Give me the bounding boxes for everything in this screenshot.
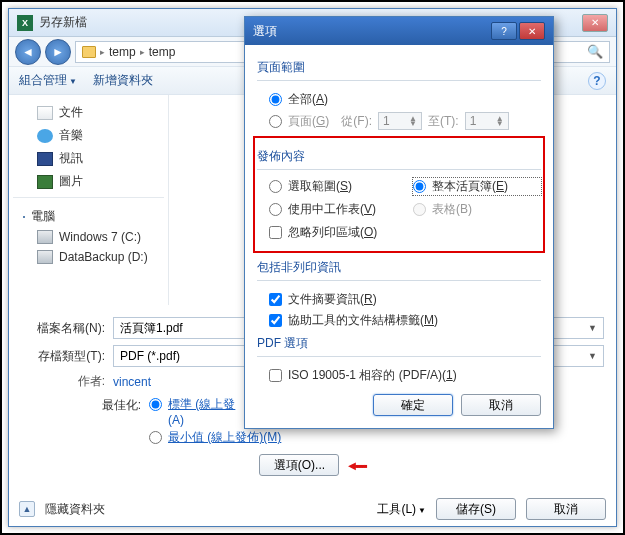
- options-titlebar[interactable]: 選項 ? ✕: [245, 17, 553, 45]
- group-nonprint: 包括非列印資訊: [257, 259, 541, 276]
- new-folder-button[interactable]: 新增資料夾: [93, 72, 153, 89]
- path-seg-1[interactable]: temp: [109, 45, 136, 59]
- iso-checkbox[interactable]: ISO 19005-1 相容的 (PDF/A)(1): [269, 367, 541, 384]
- tree-item-drive-c[interactable]: Windows 7 (C:): [13, 227, 164, 247]
- radio-input[interactable]: [149, 398, 162, 411]
- options-title: 選項: [253, 23, 489, 40]
- dialog-close-button[interactable]: ✕: [519, 22, 545, 40]
- help-button[interactable]: ?: [588, 72, 606, 90]
- spinner-icon[interactable]: ▲▼: [496, 116, 504, 126]
- tree-item-documents[interactable]: 文件: [13, 101, 164, 124]
- tools-menu[interactable]: 工具(L)▼: [377, 501, 426, 518]
- chevron-right-icon: ▸: [140, 47, 145, 57]
- group-publish: 發佈內容: [257, 148, 541, 165]
- options-dialog: 選項 ? ✕ 頁面範圍 全部(A) 頁面(G) 從(F): 1▲▼ 至(T): …: [244, 16, 554, 429]
- docprops-checkbox[interactable]: 文件摘要資訊(R): [269, 291, 541, 308]
- footer: ▲ 隱藏資料夾 工具(L)▼ 儲存(S) 取消: [19, 498, 606, 520]
- range-all-radio[interactable]: 全部(A): [269, 91, 541, 108]
- filetype-label: 存檔類型(T):: [21, 348, 105, 365]
- close-button[interactable]: ✕: [582, 14, 608, 32]
- back-button[interactable]: ◄: [15, 39, 41, 65]
- drive-icon: [37, 250, 53, 264]
- video-icon: [37, 152, 53, 166]
- filename-label: 檔案名稱(N):: [21, 320, 105, 337]
- pictures-icon: [37, 175, 53, 189]
- optimize-min-radio[interactable]: 最小值 (線上發佈)(M): [149, 429, 281, 446]
- highlight-box: 發佈內容 選取範圍(S) 整本活頁簿(E) 使用中工作表(V) 表格(B) 忽略…: [253, 136, 545, 253]
- save-button[interactable]: 儲存(S): [436, 498, 516, 520]
- excel-icon: X: [17, 15, 33, 31]
- arrow-indicator: ▪▪▪▪▪: [345, 458, 365, 473]
- tree-item-music[interactable]: 音樂: [13, 124, 164, 147]
- chevron-right-icon: ▸: [100, 47, 105, 57]
- search-icon: 🔍: [587, 44, 603, 59]
- publish-workbook-radio[interactable]: 整本活頁簿(E): [413, 178, 541, 195]
- dialog-help-button[interactable]: ?: [491, 22, 517, 40]
- optimize-label: 最佳化:: [21, 396, 141, 414]
- caret-down-icon[interactable]: ▼: [588, 351, 597, 361]
- document-icon: [37, 106, 53, 120]
- nav-tree: 文件 音樂 視訊 圖片 電腦 Windows 7 (C:) DataBackup…: [9, 95, 169, 305]
- to-spinner[interactable]: 1▲▼: [465, 112, 509, 130]
- tree-item-pictures[interactable]: 圖片: [13, 170, 164, 193]
- path-seg-2[interactable]: temp: [149, 45, 176, 59]
- range-pages-radio[interactable]: 頁面(G) 從(F): 1▲▼ 至(T): 1▲▼: [269, 112, 541, 130]
- publish-selection-radio[interactable]: 選取範圍(S): [269, 178, 397, 195]
- radio-input[interactable]: [149, 431, 162, 444]
- group-pdfopts: PDF 選項: [257, 335, 541, 352]
- organize-menu[interactable]: 組合管理▼: [19, 72, 77, 89]
- caret-down-icon: ▼: [418, 506, 426, 515]
- drive-icon: [37, 230, 53, 244]
- options-cancel-button[interactable]: 取消: [461, 394, 541, 416]
- hidden-folders-link[interactable]: 隱藏資料夾: [45, 501, 105, 518]
- tree-item-drive-d[interactable]: DataBackup (D:): [13, 247, 164, 267]
- author-value[interactable]: vincent: [113, 375, 151, 389]
- caret-down-icon[interactable]: ▼: [588, 323, 597, 333]
- ignore-printarea-checkbox[interactable]: 忽略列印區域(O): [269, 224, 541, 241]
- publish-activesheet-radio[interactable]: 使用中工作表(V): [269, 201, 397, 218]
- music-icon: [37, 129, 53, 143]
- forward-button[interactable]: ►: [45, 39, 71, 65]
- group-page-range: 頁面範圍: [257, 59, 541, 76]
- tree-item-video[interactable]: 視訊: [13, 147, 164, 170]
- from-spinner[interactable]: 1▲▼: [378, 112, 422, 130]
- ok-button[interactable]: 確定: [373, 394, 453, 416]
- expand-button[interactable]: ▲: [19, 501, 35, 517]
- computer-icon: [23, 216, 25, 218]
- options-button[interactable]: 選項(O)...: [259, 454, 339, 476]
- a11y-checkbox[interactable]: 協助工具的文件結構標籤(M): [269, 312, 541, 329]
- author-label: 作者:: [21, 373, 105, 390]
- caret-down-icon: ▼: [69, 77, 77, 86]
- tree-group-computer[interactable]: 電腦: [13, 202, 164, 227]
- spinner-icon[interactable]: ▲▼: [409, 116, 417, 126]
- publish-table-radio: 表格(B): [413, 201, 541, 218]
- cancel-button[interactable]: 取消: [526, 498, 606, 520]
- folder-icon: [82, 46, 96, 58]
